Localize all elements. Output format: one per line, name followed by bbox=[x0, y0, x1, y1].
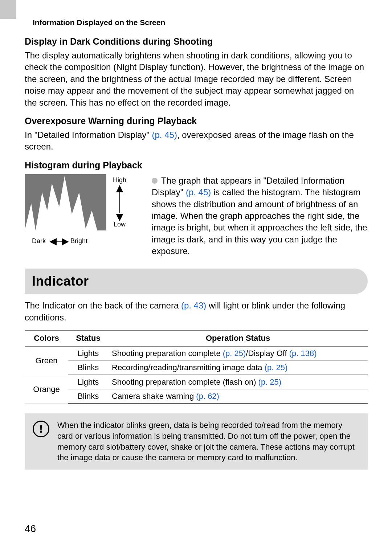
histogram-description: The graph that appears in "Detailed Info… bbox=[152, 174, 368, 257]
cell-op: Shooting preparation complete (flash on)… bbox=[108, 375, 368, 389]
link-p138[interactable]: (p. 138) bbox=[289, 349, 317, 358]
op-text: Camera shake warning bbox=[112, 392, 196, 401]
indicator-intro: The Indicator on the back of the camera … bbox=[25, 300, 368, 323]
link-p45-b[interactable]: (p. 45) bbox=[186, 187, 211, 197]
histogram-layout: High ▲ ▼ Low Dark ◀—▶ Bright The graph t… bbox=[25, 174, 368, 257]
section-overexposure: Overexposure Warning during Playback In … bbox=[25, 116, 368, 153]
heading-overexposure: Overexposure Warning during Playback bbox=[25, 116, 368, 126]
histogram-svg bbox=[25, 174, 106, 230]
heading-histogram: Histogram during Playback bbox=[25, 160, 368, 171]
indicator-title: Indicator bbox=[32, 274, 89, 289]
cell-op: Shooting preparation complete (p. 25)/Di… bbox=[108, 346, 368, 361]
histogram-vert-labels: High ▲ ▼ Low bbox=[113, 174, 126, 230]
histogram-figure: High ▲ ▼ Low Dark ◀—▶ Bright bbox=[25, 174, 141, 257]
indicator-intro-prefix: The Indicator on the back of the camera bbox=[25, 300, 181, 310]
cell-color-green: Green bbox=[25, 346, 68, 375]
label-low: Low bbox=[114, 221, 126, 228]
running-header: Information Displayed on the Screen bbox=[33, 18, 165, 27]
label-dark: Dark bbox=[32, 237, 46, 245]
link-p25-a[interactable]: (p. 25) bbox=[223, 349, 246, 358]
link-p45-a[interactable]: (p. 45) bbox=[152, 130, 177, 140]
indicator-table: Colors Status Operation Status Green Lig… bbox=[25, 330, 368, 404]
table-header-row: Colors Status Operation Status bbox=[25, 330, 368, 346]
caution-box: ! When the indicator blinks green, data … bbox=[25, 413, 368, 470]
op-text: Shooting preparation complete bbox=[112, 349, 223, 358]
cell-status: Lights bbox=[68, 346, 108, 361]
th-colors: Colors bbox=[25, 330, 68, 346]
bullet-icon bbox=[152, 178, 158, 184]
link-p25-b[interactable]: (p. 25) bbox=[265, 363, 288, 372]
cell-color-orange: Orange bbox=[25, 375, 68, 404]
cell-status: Lights bbox=[68, 375, 108, 389]
histogram-graph bbox=[25, 174, 106, 230]
arrow-up-icon: ▲ bbox=[114, 184, 126, 192]
th-status: Status bbox=[68, 330, 108, 346]
heading-dark: Display in Dark Conditions during Shooti… bbox=[25, 36, 368, 47]
cell-op: Camera shake warning (p. 62) bbox=[108, 389, 368, 404]
page-side-tab bbox=[0, 0, 16, 19]
page-content: Display in Dark Conditions during Shooti… bbox=[25, 36, 368, 470]
body-dark: The display automatically brightens when… bbox=[25, 50, 368, 109]
caution-icon: ! bbox=[33, 421, 49, 437]
table-row: Orange Lights Shooting preparation compl… bbox=[25, 375, 368, 389]
dark-bright-row: Dark ◀—▶ Bright bbox=[25, 236, 141, 247]
link-p62[interactable]: (p. 62) bbox=[196, 392, 219, 401]
cell-status: Blinks bbox=[68, 361, 108, 375]
histogram-box: High ▲ ▼ Low bbox=[25, 174, 141, 230]
section-dark-conditions: Display in Dark Conditions during Shooti… bbox=[25, 36, 368, 109]
op-text: Shooting preparation complete (flash on) bbox=[112, 377, 258, 387]
overexposure-prefix: In "Detailed Information Display" bbox=[25, 130, 152, 140]
caution-text: When the indicator blinks green, data is… bbox=[57, 420, 360, 463]
page-number: 46 bbox=[25, 523, 36, 535]
table-row: Green Lights Shooting preparation comple… bbox=[25, 346, 368, 361]
histogram-desc-suffix: is called the histogram. The histogram s… bbox=[152, 187, 367, 256]
table-row: Blinks Camera shake warning (p. 62) bbox=[25, 389, 368, 404]
arrow-down-icon: ▼ bbox=[114, 213, 126, 221]
indicator-banner: Indicator bbox=[25, 269, 368, 294]
arrow-left-right-icon: ◀—▶ bbox=[49, 236, 67, 247]
op-text: Recording/reading/transmitting image dat… bbox=[112, 363, 265, 372]
cell-op: Recording/reading/transmitting image dat… bbox=[108, 361, 368, 375]
body-overexposure: In "Detailed Information Display" (p. 45… bbox=[25, 129, 368, 153]
section-histogram: Histogram during Playback High ▲ ▼ bbox=[25, 160, 368, 257]
label-bright: Bright bbox=[70, 237, 87, 245]
cell-status: Blinks bbox=[68, 389, 108, 404]
table-row: Blinks Recording/reading/transmitting im… bbox=[25, 361, 368, 375]
link-p43[interactable]: (p. 43) bbox=[181, 300, 206, 310]
th-operation: Operation Status bbox=[108, 330, 368, 346]
link-p25-c[interactable]: (p. 25) bbox=[258, 377, 282, 387]
op-text: /Display Off bbox=[246, 349, 289, 358]
